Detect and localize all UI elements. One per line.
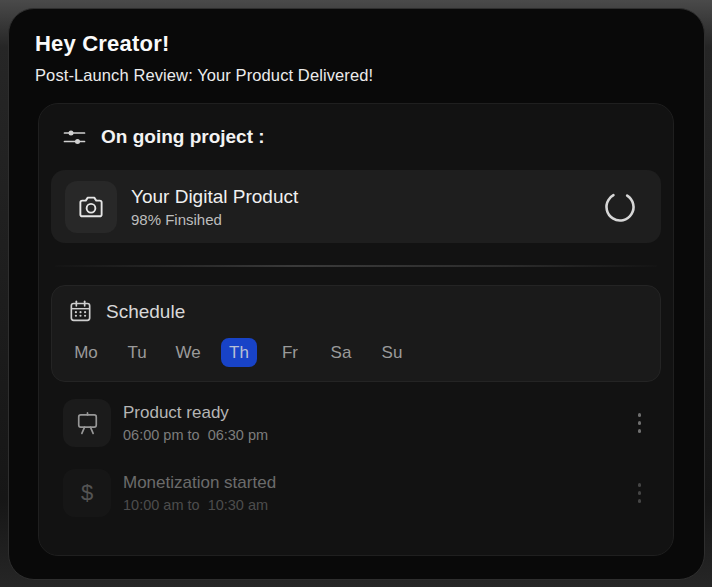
day-mo[interactable]: Mo: [68, 338, 104, 367]
day-we[interactable]: We: [170, 338, 206, 367]
event-row-product-ready[interactable]: Product ready 06:00 pm to 06:30 pm: [51, 388, 661, 458]
divider: [55, 265, 657, 267]
event-text-block: Product ready 06:00 pm to 06:30 pm: [123, 403, 268, 443]
product-progress: 98% Finsihed: [131, 211, 298, 228]
greeting-title: Hey Creator!: [35, 31, 678, 57]
event-row-monetization[interactable]: $ Monetization started 10:00 am to 10:30…: [51, 458, 661, 528]
ongoing-project-section: On going project : Your Digital Product …: [38, 103, 674, 556]
day-su[interactable]: Su: [374, 338, 410, 367]
day-fr[interactable]: Fr: [272, 338, 308, 367]
camera-icon: [76, 192, 106, 222]
section-header: On going project :: [51, 124, 661, 148]
kebab-menu-icon[interactable]: [626, 478, 654, 508]
app-background: Hey Creator! Post-Launch Review: Your Pr…: [0, 0, 712, 587]
event-time: 06:00 pm to 06:30 pm: [123, 427, 268, 443]
kebab-menu-icon[interactable]: [626, 408, 654, 438]
day-sa[interactable]: Sa: [323, 338, 359, 367]
product-icon-box: [65, 181, 117, 233]
schedule-title: Schedule: [106, 301, 185, 323]
section-title: On going project :: [101, 126, 265, 148]
event-title: Product ready: [123, 403, 268, 423]
schedule-header: Schedule: [68, 299, 644, 324]
sliders-icon: [63, 128, 86, 147]
product-card[interactable]: Your Digital Product 98% Finsihed: [51, 170, 661, 243]
day-selector: Mo Tu We Th Fr Sa Su: [68, 338, 644, 367]
calendar-icon: [68, 299, 93, 324]
loader-icon: [603, 190, 637, 224]
day-tu[interactable]: Tu: [119, 338, 155, 367]
event-time: 10:00 am to 10:30 am: [123, 497, 276, 513]
event-text-block: Monetization started 10:00 am to 10:30 a…: [123, 473, 276, 513]
dollar-icon: $: [81, 480, 93, 506]
event-title: Monetization started: [123, 473, 276, 493]
presentation-icon: [74, 410, 101, 437]
product-text-block: Your Digital Product 98% Finsihed: [131, 186, 298, 228]
greeting-subtitle: Post-Launch Review: Your Product Deliver…: [35, 66, 678, 85]
event-icon-box: [63, 399, 111, 447]
event-icon-box: $: [63, 469, 111, 517]
notification-card: Hey Creator! Post-Launch Review: Your Pr…: [8, 8, 705, 580]
schedule-card: Schedule Mo Tu We Th Fr Sa Su: [51, 285, 661, 382]
event-list: Product ready 06:00 pm to 06:30 pm $ Mon…: [51, 382, 661, 528]
day-th-active[interactable]: Th: [221, 338, 257, 367]
product-title: Your Digital Product: [131, 186, 298, 208]
